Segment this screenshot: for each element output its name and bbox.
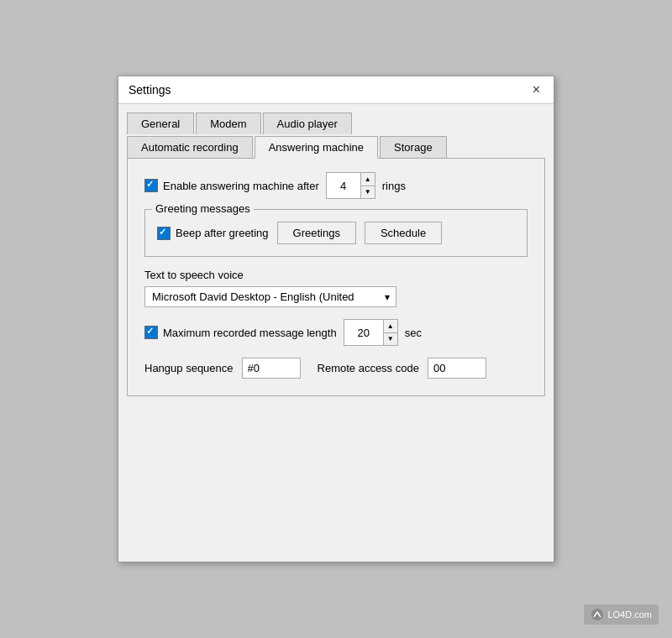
tab-audio-player[interactable]: Audio player (263, 112, 352, 134)
svg-point-0 (591, 609, 603, 620)
beep-checkbox[interactable] (157, 227, 171, 240)
max-length-label[interactable]: Maximum recorded message length (144, 326, 337, 339)
rings-spinbox: ▲ ▼ (326, 172, 375, 199)
watermark-text: LO4D.com (607, 609, 652, 620)
enable-answering-label[interactable]: Enable answering machine after (144, 179, 319, 192)
tts-dropdown-container: Microsoft David Desktop - English (Unite… (144, 286, 396, 307)
beep-label[interactable]: Beep after greeting (157, 227, 269, 240)
enable-answering-row: Enable answering machine after ▲ ▼ rings (144, 172, 528, 199)
enable-answering-text: Enable answering machine after (163, 180, 319, 192)
tab-modem[interactable]: Modem (196, 112, 260, 134)
schedule-button[interactable]: Schedule (365, 222, 442, 244)
greeting-group: Greeting messages Beep after greeting Gr… (144, 209, 528, 257)
tab-general[interactable]: General (127, 112, 194, 134)
remote-access-input[interactable] (428, 358, 486, 379)
close-button[interactable]: × (529, 83, 543, 97)
tabs-row-2: Automatic recording Answering machine St… (127, 136, 545, 158)
tab-automatic-recording[interactable]: Automatic recording (127, 136, 253, 158)
hangup-label: Hangup sequence (144, 362, 234, 374)
greeting-group-content: Beep after greeting Greetings Schedule (157, 222, 515, 244)
max-length-checkbox[interactable] (144, 326, 158, 339)
enable-answering-checkbox[interactable] (144, 179, 158, 192)
title-bar: Settings × (118, 76, 554, 104)
tts-section: Text to speech voice Microsoft David Des… (144, 269, 528, 307)
rings-label: rings (382, 180, 406, 192)
max-length-input[interactable] (344, 320, 383, 345)
max-length-spinbox-buttons: ▲ ▼ (383, 320, 397, 345)
rings-spinbox-buttons: ▲ ▼ (360, 173, 375, 198)
max-length-spinbox: ▲ ▼ (344, 319, 398, 346)
hangup-input[interactable] (242, 358, 301, 379)
settings-window: Settings × General Modem Audio player Au… (118, 76, 554, 562)
tab-storage[interactable]: Storage (380, 136, 447, 158)
tts-dropdown[interactable]: Microsoft David Desktop - English (Unite… (144, 286, 396, 307)
window-title: Settings (129, 83, 171, 97)
tab-content: Enable answering machine after ▲ ▼ rings… (127, 158, 545, 396)
greeting-group-label: Greeting messages (152, 202, 254, 215)
max-length-row: Maximum recorded message length ▲ ▼ sec (144, 319, 528, 346)
max-length-down-button[interactable]: ▼ (384, 332, 397, 345)
hangup-row: Hangup sequence Remote access code (144, 358, 528, 379)
rings-up-button[interactable]: ▲ (361, 173, 375, 186)
max-length-up-button[interactable]: ▲ (384, 320, 397, 332)
tabs-container: General Modem Audio player Automatic rec… (118, 104, 554, 158)
tts-label: Text to speech voice (144, 269, 528, 281)
watermark: LO4D.com (584, 604, 659, 625)
logo-icon (591, 608, 604, 621)
remote-access-label: Remote access code (318, 362, 419, 374)
rings-input[interactable] (327, 173, 360, 198)
tab-answering-machine[interactable]: Answering machine (255, 136, 378, 159)
max-length-text: Maximum recorded message length (163, 327, 337, 339)
greetings-button[interactable]: Greetings (277, 222, 356, 244)
beep-text: Beep after greeting (176, 227, 269, 239)
sec-label: sec (405, 327, 422, 339)
rings-down-button[interactable]: ▼ (361, 186, 375, 198)
tabs-row-1: General Modem Audio player (127, 112, 545, 134)
